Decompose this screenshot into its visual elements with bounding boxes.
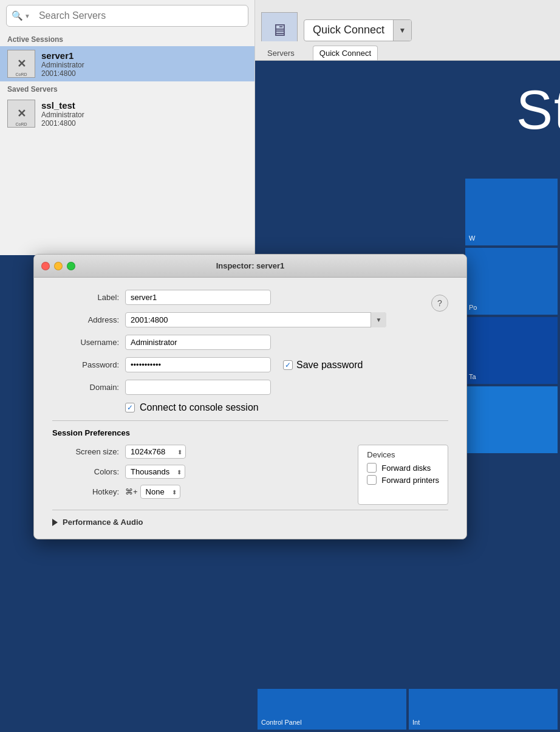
server-x-icon-ssl: ✕: [17, 107, 26, 120]
hotkey-select-wrapper: None F1 F2 F3 F4: [140, 485, 180, 499]
devices-panel: Devices Forward disks Forward printers: [358, 445, 448, 505]
screen-size-select[interactable]: 640x480 800x600 1024x768 1280x1024 Full …: [125, 445, 186, 459]
inspector-title: Inspector: server1: [216, 261, 285, 270]
username-row: Username:: [52, 335, 448, 350]
bottom-tile-int-label: Int: [412, 719, 420, 726]
maximize-button[interactable]: [67, 262, 75, 270]
address-field-label: Address:: [52, 315, 119, 324]
address-dropdown-button[interactable]: ▼: [370, 312, 386, 327]
hotkey-label: Hotkey:: [52, 487, 119, 496]
prefs-left: Screen size: 640x480 800x600 1024x768 12…: [52, 445, 267, 505]
hotkey-select[interactable]: None F1 F2 F3 F4: [140, 485, 180, 499]
tab-quick-connect[interactable]: Quick Connect: [313, 46, 378, 60]
domain-row: Domain:: [52, 380, 448, 395]
forward-printers-row: Forward printers: [367, 475, 439, 485]
label-row: Label:: [52, 290, 448, 305]
search-input[interactable]: [34, 8, 243, 24]
console-session-label: Connect to console session: [140, 402, 259, 413]
forward-disks-row: Forward disks: [367, 463, 439, 473]
forward-printers-checkbox[interactable]: [367, 475, 377, 485]
console-session-row: Connect to console session: [125, 402, 448, 413]
label-field-label: Label:: [52, 293, 119, 302]
bottom-tile-cp[interactable]: Control Panel: [258, 689, 406, 730]
address-input[interactable]: [125, 312, 386, 327]
performance-audio-section[interactable]: Performance & Audio: [52, 518, 448, 527]
session-prefs-title: Session Preferences: [52, 428, 448, 437]
tab-strip: Servers Quick Connect: [255, 41, 560, 61]
divider-1: [52, 420, 448, 421]
tiles-area: W Po Ta: [463, 176, 560, 456]
tile-w[interactable]: W: [465, 179, 558, 245]
password-field-label: Password:: [52, 360, 119, 369]
server-x-icon: ✕: [17, 57, 26, 70]
address-row: Address: ▼: [52, 312, 448, 327]
search-icon-wrapper: 🔍 ▼: [12, 10, 30, 21]
tile-ta[interactable]: Ta: [465, 317, 558, 384]
tile-ctrl[interactable]: [465, 386, 558, 453]
server-info-server1: server1 Administrator 2001:4800: [41, 50, 84, 78]
save-password-label: Save password: [296, 360, 363, 371]
search-dropdown-arrow[interactable]: ▼: [24, 13, 30, 19]
colors-label: Colors:: [52, 467, 119, 476]
screen-size-label: Screen size:: [52, 447, 119, 456]
password-row: Password: Save password: [52, 357, 448, 372]
search-bar: 🔍 ▼: [6, 5, 248, 27]
tile-ta-label: Ta: [469, 373, 476, 380]
perf-audio-label: Performance & Audio: [63, 518, 143, 527]
inspector-body: ? Label: Address: ▼ Username: Password:: [34, 278, 466, 539]
quick-connect-button[interactable]: Quick Connect ▼: [304, 19, 412, 41]
server-user-ssl: Administrator: [41, 111, 84, 119]
start-text: Start: [516, 79, 560, 142]
help-icon[interactable]: ?: [431, 295, 448, 312]
forward-disks-checkbox[interactable]: [367, 463, 377, 473]
devices-title: Devices: [367, 450, 439, 459]
cord-label: CoRD: [15, 72, 27, 77]
divider-2: [52, 510, 448, 510]
hotkey-row: Hotkey: ⌘+ None F1 F2 F3 F4: [52, 485, 267, 499]
tile-w-label: W: [469, 234, 475, 242]
server-name-ssl: ssl_test: [41, 100, 84, 111]
colors-row: Colors: 256 Thousands Millions: [52, 465, 267, 479]
forward-printers-label: Forward printers: [381, 476, 439, 485]
inspector-titlebar: Inspector: server1: [34, 255, 466, 278]
screen-size-row: Screen size: 640x480 800x600 1024x768 12…: [52, 445, 267, 459]
screen-size-select-wrapper: 640x480 800x600 1024x768 1280x1024 Full …: [125, 445, 186, 459]
password-input[interactable]: [125, 357, 271, 372]
server-icon-ssl-test: ✕ CoRD: [7, 100, 35, 128]
colors-select[interactable]: 256 Thousands Millions: [125, 465, 185, 479]
server-address: 2001:4800: [41, 69, 84, 78]
address-wrapper: ▼: [125, 312, 386, 327]
active-sessions-header: Active Sessions: [0, 32, 254, 46]
label-input[interactable]: [125, 290, 271, 305]
domain-field-label: Domain:: [52, 383, 119, 392]
server-icon-server1: ✕ CoRD: [7, 50, 35, 78]
quick-connect-dropdown-arrow[interactable]: ▼: [393, 19, 411, 41]
left-panel: 🔍 ▼ Active Sessions ✕ CoRD server1 Admin…: [0, 0, 255, 255]
cord-label-ssl: CoRD: [15, 122, 27, 126]
tile-po[interactable]: Po: [465, 248, 558, 315]
colors-select-wrapper: 256 Thousands Millions: [125, 465, 185, 479]
server-address-ssl: 2001:4800: [41, 119, 84, 128]
server-item-server1[interactable]: ✕ CoRD server1 Administrator 2001:4800: [0, 46, 254, 81]
console-session-checkbox[interactable]: [125, 403, 135, 412]
bottom-tile-cp-label: Control Panel: [261, 719, 302, 726]
quick-connect-label: Quick Connect: [304, 24, 393, 36]
prefs-main: Screen size: 640x480 800x600 1024x768 12…: [52, 445, 448, 505]
close-button[interactable]: [41, 262, 50, 270]
tab-servers[interactable]: Servers: [261, 46, 301, 60]
bottom-tiles-area: Control Panel Int: [255, 686, 560, 732]
triangle-icon: [52, 519, 58, 526]
server-item-ssl-test[interactable]: ✕ CoRD ssl_test Administrator 2001:4800: [0, 96, 254, 131]
server-info-ssl-test: ssl_test Administrator 2001:4800: [41, 100, 84, 128]
server-name: server1: [41, 50, 84, 61]
username-field-label: Username:: [52, 338, 119, 347]
save-password-checkbox[interactable]: [283, 360, 293, 370]
bottom-tile-int[interactable]: Int: [409, 689, 558, 730]
inspector-window: Inspector: server1 ? Label: Address: ▼ U…: [33, 254, 467, 539]
username-input[interactable]: [125, 335, 271, 350]
minimize-button[interactable]: [54, 262, 63, 270]
traffic-lights: [41, 262, 75, 270]
tile-po-label: Po: [469, 304, 477, 311]
domain-input[interactable]: [125, 380, 271, 395]
search-magnifier-icon: 🔍: [12, 10, 23, 21]
